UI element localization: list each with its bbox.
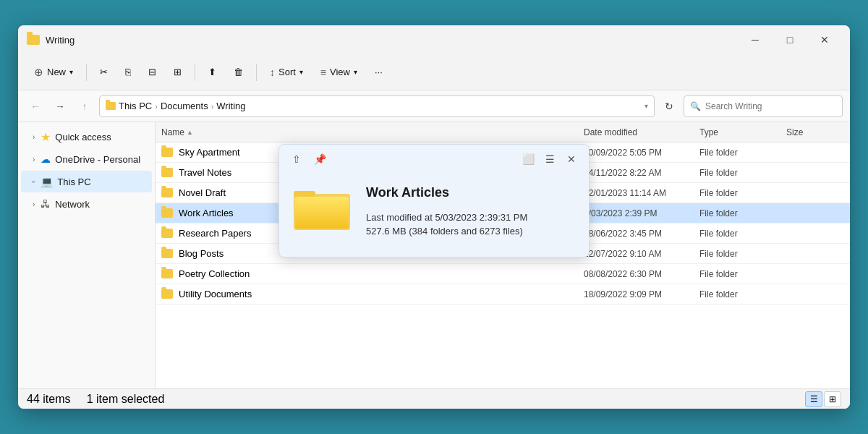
items-count: 44 items (27, 393, 70, 405)
grid-view-button[interactable]: ⊞ (824, 391, 841, 407)
file-date: 5/03/2023 2:39 PM (584, 208, 699, 218)
status-text: 44 items 1 item selected (27, 393, 164, 406)
path-dropdown-icon: ▾ (644, 102, 648, 110)
file-row-folder-icon (161, 249, 173, 258)
minimize-button[interactable]: ─ (739, 29, 772, 51)
col-name-label: Name (161, 127, 184, 137)
col-type-header[interactable]: Type (699, 127, 786, 137)
popup-left-actions: ⇧ 📌 (288, 150, 328, 168)
popup-size: 527.6 MB (384 folders and 6273 files) (366, 226, 574, 237)
maximize-button[interactable]: □ (773, 29, 807, 51)
popup-list-button[interactable]: ☰ (541, 150, 558, 168)
file-type: File folder (699, 208, 786, 218)
sort-button[interactable]: ↕ Sort ▾ (263, 59, 310, 85)
popup-pin-button[interactable]: 📌 (311, 150, 328, 168)
quick-access-icon: ★ (41, 130, 51, 144)
col-date-label: Date modified (584, 127, 637, 137)
selected-count: 1 item selected (87, 393, 165, 405)
search-box[interactable]: 🔍 (684, 95, 843, 117)
sort-dropdown-icon: ▾ (299, 68, 303, 76)
popup-close-button[interactable]: ✕ (563, 150, 580, 168)
window-title: Writing (46, 35, 75, 46)
file-row[interactable]: Poetry Collection 08/08/2022 6:30 PM Fil… (156, 264, 850, 284)
address-bar: ← → ↑ This PC › Documents › Writing ▾ ↻ … (18, 90, 850, 122)
file-row[interactable]: Utility Documents 18/09/2022 9:09 PM Fil… (156, 284, 850, 305)
popup-body: Work Articles Last modified at 5/03/2023… (279, 174, 589, 257)
col-size-header[interactable]: Size (786, 127, 844, 137)
list-view-button[interactable]: ☰ (805, 391, 822, 407)
file-date: 02/01/2023 11:14 AM (584, 188, 699, 198)
copy-button[interactable]: ⎘ (118, 59, 138, 85)
sort-label: Sort (278, 67, 296, 77)
thispc-chevron: › (30, 180, 38, 182)
title-bar: Writing ─ □ ✕ (18, 25, 850, 54)
refresh-button[interactable]: ↻ (659, 96, 679, 116)
popup-right-actions: ⬜ ☰ ✕ (519, 150, 580, 168)
view-button[interactable]: ≡ View ▾ (313, 59, 365, 85)
file-row-folder-icon (161, 168, 173, 177)
main-content: › ★ Quick access › ☁ OneDrive - Personal… (18, 122, 850, 388)
sidebar-item-onedrive[interactable]: › ☁ OneDrive - Personal (21, 148, 152, 170)
file-row-folder-icon (161, 229, 173, 238)
svg-rect-2 (294, 191, 315, 197)
network-chevron: › (33, 200, 35, 208)
file-name-cell: Utility Documents (161, 289, 584, 299)
sidebar-item-thispc[interactable]: › 💻 This PC (21, 171, 152, 192)
view-icon: ≡ (320, 67, 326, 78)
popup-folder-icon (294, 185, 352, 232)
sidebar-item-quick-access[interactable]: › ★ Quick access (21, 126, 152, 148)
sidebar-label-onedrive: OneDrive - Personal (55, 154, 140, 165)
close-button[interactable]: ✕ (808, 29, 841, 51)
popup-titlebar: ⇧ 📌 ⬜ ☰ ✕ (279, 145, 589, 174)
svg-rect-4 (295, 197, 349, 229)
file-list: Name ▲ Date modified Type Size Sky Apart… (156, 122, 850, 388)
sidebar: › ★ Quick access › ☁ OneDrive - Personal… (18, 122, 156, 388)
cut-button[interactable]: ✂ (93, 59, 115, 85)
file-type: File folder (699, 289, 786, 299)
sidebar-label-quick-access: Quick access (55, 132, 111, 142)
file-date: 10/09/2022 5:05 PM (584, 148, 699, 158)
search-icon: 🔍 (690, 101, 701, 111)
explorer-window: Writing ─ □ ✕ ⊕ New ▾ ✂ ⎘ ⊟ ⊞ ⬆ (18, 25, 850, 409)
popup-up-button[interactable]: ⇧ (288, 150, 305, 168)
address-path[interactable]: This PC › Documents › Writing ▾ (99, 95, 655, 117)
copy-path-button[interactable]: ⊞ (166, 59, 189, 85)
col-date-header[interactable]: Date modified (584, 127, 699, 137)
file-type: File folder (699, 148, 786, 158)
path-part-documents: Documents (161, 101, 208, 111)
view-dropdown-icon: ▾ (354, 68, 357, 76)
path-part-thispc: This PC (119, 101, 152, 111)
delete-button[interactable]: 🗑 (226, 59, 250, 85)
file-type: File folder (699, 229, 786, 239)
view-label: View (330, 67, 350, 77)
path-chevron-1: › (155, 102, 158, 111)
new-dropdown-icon: ▾ (69, 68, 73, 76)
popup-title: Work Articles (366, 185, 574, 200)
view-buttons: ☰ ⊞ (805, 391, 841, 407)
paste-button[interactable]: ⊟ (141, 59, 163, 85)
up-button[interactable]: ↑ (75, 96, 95, 116)
search-input[interactable] (705, 101, 836, 111)
forward-button[interactable]: → (50, 96, 70, 116)
status-bar: 44 items 1 item selected ☰ ⊞ (18, 388, 850, 409)
more-button[interactable]: ··· (367, 59, 390, 85)
title-bar-left: Writing (27, 35, 75, 46)
file-row-folder-icon (161, 188, 173, 197)
popup-open-button[interactable]: ⬜ (519, 150, 537, 168)
file-name: Work Articles (179, 208, 234, 218)
paste-icon: ⊟ (148, 67, 156, 77)
path-folder-icon (106, 102, 116, 110)
back-button[interactable]: ← (25, 96, 46, 116)
new-button[interactable]: ⊕ New ▾ (27, 59, 80, 85)
col-type-label: Type (699, 127, 718, 137)
sidebar-item-network[interactable]: › 🖧 Network (21, 193, 152, 215)
share-button[interactable]: ⬆ (201, 59, 224, 85)
file-name: Utility Documents (179, 289, 252, 299)
toolbar: ⊕ New ▾ ✂ ⎘ ⊟ ⊞ ⬆ 🗑 ↕ Sort ▾ ≡ (18, 54, 850, 90)
share-icon: ⬆ (208, 67, 216, 77)
title-bar-controls: ─ □ ✕ (739, 29, 841, 51)
col-name-header[interactable]: Name ▲ (161, 127, 584, 137)
file-name: Sky Apartment (179, 147, 240, 158)
file-date: 08/08/2022 6:30 PM (584, 269, 699, 279)
thispc-icon: 💻 (41, 176, 53, 187)
